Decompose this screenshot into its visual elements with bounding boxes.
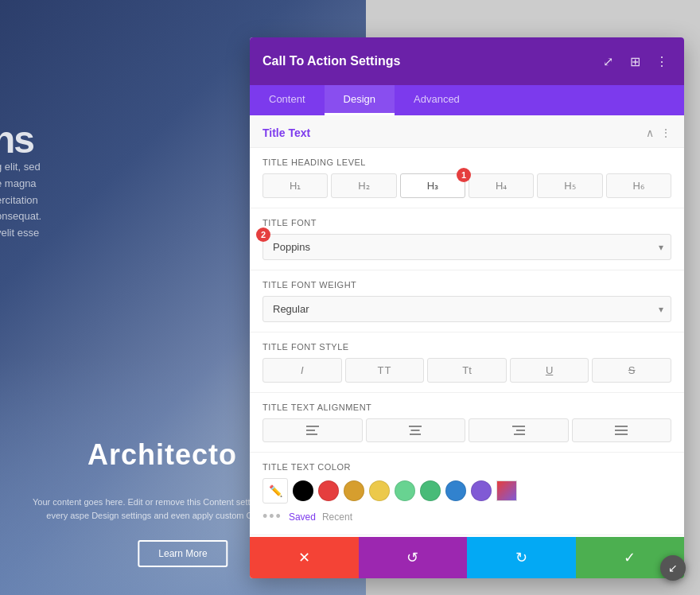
align-justify-btn[interactable] <box>572 418 672 442</box>
svg-rect-5 <box>410 434 421 435</box>
heading-h2[interactable]: H₂ <box>331 173 396 198</box>
learn-more-button[interactable]: Learn More <box>138 540 228 567</box>
bg-ns-text: ns <box>0 118 33 161</box>
color-gradient[interactable] <box>496 480 517 501</box>
color-orange[interactable] <box>344 480 364 501</box>
font-style-label: Title Font Style <box>262 342 671 352</box>
font-select-wrap: 2 Poppins Roboto Open Sans Lato Montserr… <box>262 234 671 260</box>
svg-rect-6 <box>512 426 525 427</box>
text-color-label: Title Text Color <box>262 462 671 472</box>
font-style-buttons: I TT Tt U S <box>262 358 671 383</box>
capitalize-btn[interactable]: Tt <box>427 358 507 383</box>
italic-btn[interactable]: I <box>262 358 342 383</box>
bottom-toolbar: ✕ ↺ ↻ ✓ <box>250 537 684 578</box>
section-controls: ∧ ⋮ <box>646 126 671 139</box>
heading-level-row: Title Heading Level H₁ H₂ H₃ 1 H₄ H₅ H₆ <box>250 148 684 208</box>
strikethrough-btn[interactable]: S <box>592 358 671 383</box>
redo-button[interactable]: ↻ <box>467 537 576 578</box>
settings-panel: Call To Action Settings ⤢ ⊞ ⋮ Content De… <box>250 37 684 578</box>
tab-content[interactable]: Content <box>250 85 325 115</box>
svg-rect-7 <box>516 430 525 431</box>
font-weight-row: Title Font Weight Regular Thin Light Med… <box>250 270 684 332</box>
color-blue[interactable] <box>445 480 466 501</box>
svg-rect-2 <box>306 434 317 435</box>
font-select[interactable]: Poppins Roboto Open Sans Lato Montserrat <box>262 234 671 260</box>
panel-header: Call To Action Settings ⤢ ⊞ ⋮ <box>250 37 684 85</box>
heading-h4[interactable]: H₄ <box>469 173 534 198</box>
color-picker-icon[interactable]: ✏️ <box>262 478 288 504</box>
section-title: Title Text <box>262 126 310 139</box>
color-green[interactable] <box>420 480 441 501</box>
heading-badge: 1 <box>457 168 471 182</box>
color-green-light[interactable] <box>395 480 415 501</box>
panel-title: Call To Action Settings <box>262 54 400 68</box>
svg-rect-1 <box>306 430 315 431</box>
cancel-button[interactable]: ✕ <box>250 537 359 578</box>
recent-label[interactable]: Recent <box>322 511 352 523</box>
section-header: Title Text ∧ ⋮ <box>250 115 684 148</box>
panel-header-icons: ⤢ ⊞ ⋮ <box>598 52 671 71</box>
tab-advanced[interactable]: Advanced <box>395 85 479 115</box>
alignment-buttons <box>262 418 671 442</box>
color-yellow[interactable] <box>369 480 390 501</box>
font-weight-label: Title Font Weight <box>262 280 671 290</box>
heading-levels-group: H₁ H₂ H₃ 1 H₄ H₅ H₆ <box>262 173 671 198</box>
heading-level-label: Title Heading Level <box>262 158 671 167</box>
heading-h6[interactable]: H₆ <box>606 173 671 198</box>
heading-h3[interactable]: H₃ 1 <box>400 173 465 198</box>
uppercase-btn[interactable]: TT <box>345 358 425 383</box>
saved-label[interactable]: Saved <box>289 511 316 523</box>
text-color-row: Title Text Color ✏️ ••• Saved Recent <box>250 453 684 535</box>
svg-rect-10 <box>615 430 628 431</box>
align-center-btn[interactable] <box>366 418 466 442</box>
more-dots[interactable]: ••• <box>262 508 282 525</box>
align-right-btn[interactable] <box>469 418 569 442</box>
text-alignment-row: Title Text Alignment <box>250 393 684 453</box>
corner-minimize-button[interactable]: ↙ <box>660 555 686 581</box>
svg-rect-8 <box>514 434 525 435</box>
font-row: Title Font 2 Poppins Roboto Open Sans La… <box>250 208 684 270</box>
svg-rect-11 <box>615 434 628 435</box>
more-options-icon[interactable]: ⋮ <box>652 52 671 71</box>
tab-design[interactable]: Design <box>325 85 395 115</box>
underline-btn[interactable]: U <box>510 358 589 383</box>
saved-recent-row: ••• Saved Recent <box>262 508 671 525</box>
font-badge: 2 <box>256 228 270 242</box>
bg-page-title: Architecto <box>88 438 237 472</box>
font-style-row: Title Font Style I TT Tt U S <box>250 332 684 393</box>
panel-body: Title Text ∧ ⋮ Title Heading Level H₁ H₂… <box>250 115 684 537</box>
expand-icon[interactable]: ⤢ <box>598 52 617 71</box>
heading-h5[interactable]: H₅ <box>537 173 602 198</box>
color-black[interactable] <box>293 480 313 501</box>
svg-rect-9 <box>615 426 628 427</box>
align-left-btn[interactable] <box>262 418 363 442</box>
font-weight-select-wrap: Regular Thin Light Medium Semi Bold Bold… <box>262 296 671 322</box>
tabs-bar: Content Design Advanced <box>250 85 684 115</box>
collapse-icon[interactable]: ∧ <box>646 126 654 139</box>
color-red[interactable] <box>318 480 339 501</box>
svg-rect-0 <box>306 426 319 427</box>
font-label: Title Font <box>262 218 671 228</box>
svg-rect-4 <box>411 430 420 431</box>
bg-lorem-text: g elit, sed e magna ercitation onsequat.… <box>0 159 91 242</box>
text-alignment-label: Title Text Alignment <box>262 402 671 412</box>
color-swatches-row: ✏️ <box>262 478 671 504</box>
svg-rect-3 <box>409 426 422 427</box>
undo-button[interactable]: ↺ <box>359 537 468 578</box>
section-more-icon[interactable]: ⋮ <box>660 126 671 139</box>
color-purple[interactable] <box>471 480 492 501</box>
columns-icon[interactable]: ⊞ <box>625 52 644 71</box>
font-weight-select[interactable]: Regular Thin Light Medium Semi Bold Bold <box>262 296 671 322</box>
heading-h1[interactable]: H₁ <box>262 173 328 198</box>
